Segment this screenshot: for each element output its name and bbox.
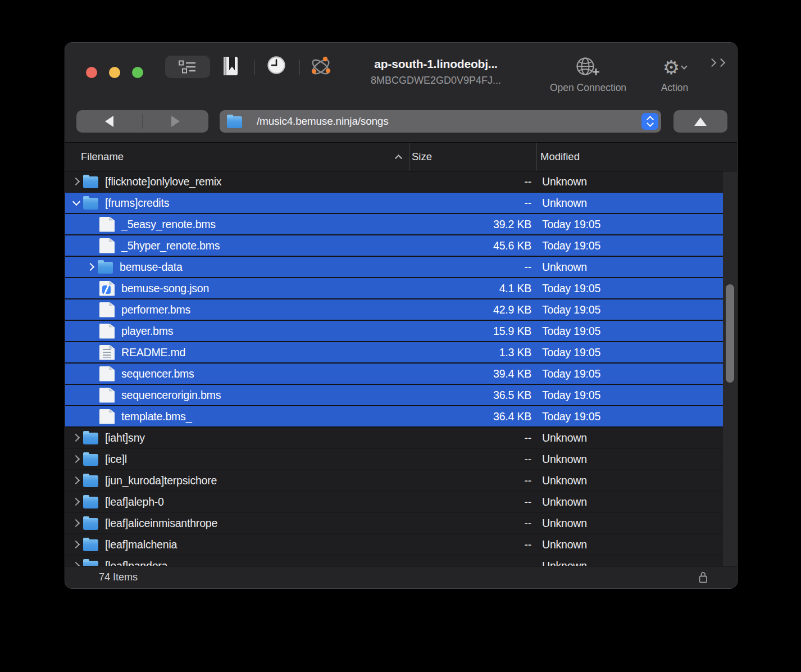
size-cell: -- — [409, 261, 537, 274]
folder-icon — [98, 262, 113, 274]
filename-text: [ice]l — [105, 453, 127, 466]
filename-cell: [leaf]aleph-0 — [65, 495, 409, 508]
table-row[interactable]: [jun_kuroda]terpsichore -- Unknown — [65, 470, 737, 492]
filename-header-label: Filename — [81, 151, 124, 163]
table-row[interactable]: [frums]credits -- Unknown — [65, 193, 737, 214]
open-connection-button[interactable]: Open Connection — [536, 55, 640, 94]
filename-text: [leaf]malchenia — [105, 538, 177, 551]
folder-icon — [83, 518, 98, 530]
modified-cell: Unknown — [537, 496, 737, 508]
go-up-button[interactable] — [673, 110, 727, 133]
close-button[interactable] — [86, 67, 97, 78]
zoom-button[interactable] — [132, 67, 143, 78]
table-row[interactable]: sequencerorigin.bms 36.5 KB Today 19:05 — [65, 385, 737, 406]
filename-cell: _5hyper_renote.bms — [65, 238, 409, 253]
action-label: Action — [644, 82, 706, 94]
modified-cell: Unknown — [537, 560, 737, 566]
disclosure-chevron[interactable] — [70, 175, 83, 188]
connections-node-icon — [309, 55, 333, 79]
bookmarks-button[interactable] — [223, 56, 238, 78]
table-row[interactable]: [leaf]aleph-0 -- Unknown — [65, 492, 737, 513]
more-toolbar-items-button[interactable] — [709, 60, 724, 66]
document-icon — [99, 388, 115, 403]
table-row[interactable]: [ice]l -- Unknown — [65, 449, 737, 470]
size-cell: -- — [409, 517, 537, 530]
size-cell: -- — [409, 496, 537, 508]
navigation-bar: /music4.bemuse.ninja/songs — [65, 107, 737, 142]
column-header-filename[interactable]: Filename — [65, 143, 409, 171]
size-cell: -- — [409, 175, 537, 188]
path-dropdown[interactable]: /music4.bemuse.ninja/songs — [220, 110, 661, 133]
table-row[interactable]: player.bms 15.9 KB Today 19:05 — [65, 321, 737, 342]
size-cell: -- — [409, 538, 537, 551]
disclosure-spacer — [84, 239, 98, 252]
size-cell: -- — [409, 474, 537, 487]
history-button[interactable] — [267, 56, 286, 77]
disclosure-chevron[interactable] — [70, 559, 83, 566]
scrollbar-track[interactable] — [723, 171, 737, 566]
traffic-lights — [86, 67, 143, 78]
disclosure-chevron[interactable] — [70, 516, 83, 530]
size-cell: 15.9 KB — [409, 325, 537, 338]
column-header-modified[interactable]: Modified — [537, 143, 737, 171]
connections-button[interactable] — [309, 55, 333, 81]
disclosure-chevron[interactable] — [70, 474, 83, 487]
size-cell: 42.9 KB — [409, 303, 537, 316]
table-row[interactable]: [iaht]sny -- Unknown — [65, 428, 737, 449]
disclosure-chevron[interactable] — [84, 260, 98, 274]
table-row[interactable]: performer.bms 42.9 KB Today 19:05 — [65, 299, 737, 321]
table-row[interactable]: bemuse-data -- Unknown — [65, 257, 737, 278]
table-row[interactable]: template.bms_ 36.4 KB Today 19:05 — [65, 406, 737, 428]
minimize-button[interactable] — [109, 67, 120, 78]
table-row[interactable]: sequencer.bms 39.4 KB Today 19:05 — [65, 364, 737, 385]
table-row[interactable]: bemuse-song.json 4.1 KB Today 19:05 — [65, 278, 737, 299]
table-row[interactable]: [leaf]pandora -- Unknown — [65, 556, 737, 566]
filename-text: template.bms_ — [121, 410, 192, 423]
folder-icon — [83, 561, 98, 566]
filename-text: _5hyper_renote.bms — [121, 239, 220, 252]
action-menu-button[interactable]: ⚙ Action — [644, 55, 706, 94]
disclosure-chevron[interactable] — [70, 495, 83, 508]
filename-cell: bemuse-song.json — [65, 281, 409, 296]
modified-cell: Today 19:05 — [537, 239, 737, 252]
filename-cell: [frums]credits — [65, 196, 409, 210]
json-file-icon — [99, 281, 115, 296]
file-table-body: [flicknote]onlylove_remix -- Unknown [fr… — [65, 171, 737, 566]
disclosure-spacer — [84, 410, 98, 423]
modified-cell: Today 19:05 — [537, 389, 737, 402]
document-icon — [99, 324, 115, 339]
outline-view-toggle-button[interactable] — [165, 56, 210, 78]
disclosure-chevron[interactable] — [70, 452, 83, 466]
scrollbar-thumb[interactable] — [726, 284, 734, 383]
filename-text: sequencer.bms — [121, 367, 194, 380]
disclosure-spacer — [84, 388, 98, 402]
document-icon — [99, 409, 115, 424]
filename-cell: performer.bms — [65, 302, 409, 317]
folder-icon — [83, 475, 98, 487]
path-stepper-icon[interactable] — [641, 113, 658, 130]
modified-cell: Unknown — [537, 261, 737, 274]
file-list: [flicknote]onlylove_remix -- Unknown [fr… — [65, 171, 737, 566]
size-cell: -- — [409, 453, 537, 466]
table-row[interactable]: _5hyper_renote.bms 45.6 KB Today 19:05 — [65, 235, 737, 257]
folder-icon — [227, 115, 242, 128]
disclosure-chevron[interactable] — [70, 538, 83, 551]
table-row[interactable]: README.md 1.3 KB Today 19:05 — [65, 342, 737, 364]
modified-cell: Today 19:05 — [537, 346, 737, 359]
table-row[interactable]: [flicknote]onlylove_remix -- Unknown — [65, 171, 737, 193]
history-clock-icon — [267, 56, 286, 75]
table-row[interactable]: [leaf]malchenia -- Unknown — [65, 534, 737, 556]
disclosure-chevron[interactable] — [70, 196, 83, 210]
filename-text: performer.bms — [121, 303, 190, 316]
back-button[interactable] — [76, 110, 142, 133]
filename-cell: [ice]l — [65, 452, 409, 466]
disclosure-spacer — [84, 303, 98, 316]
disclosure-chevron[interactable] — [70, 431, 83, 444]
disclosure-spacer — [84, 346, 98, 359]
chevron-down-icon — [681, 63, 688, 69]
table-row[interactable]: _5easy_renote.bms 39.2 KB Today 19:05 — [65, 214, 737, 235]
table-row[interactable]: [leaf]aliceinmisanthrope -- Unknown — [65, 513, 737, 534]
column-header-size[interactable]: Size — [409, 143, 537, 171]
path-text: /music4.bemuse.ninja/songs — [257, 115, 661, 128]
forward-button[interactable] — [143, 110, 208, 133]
